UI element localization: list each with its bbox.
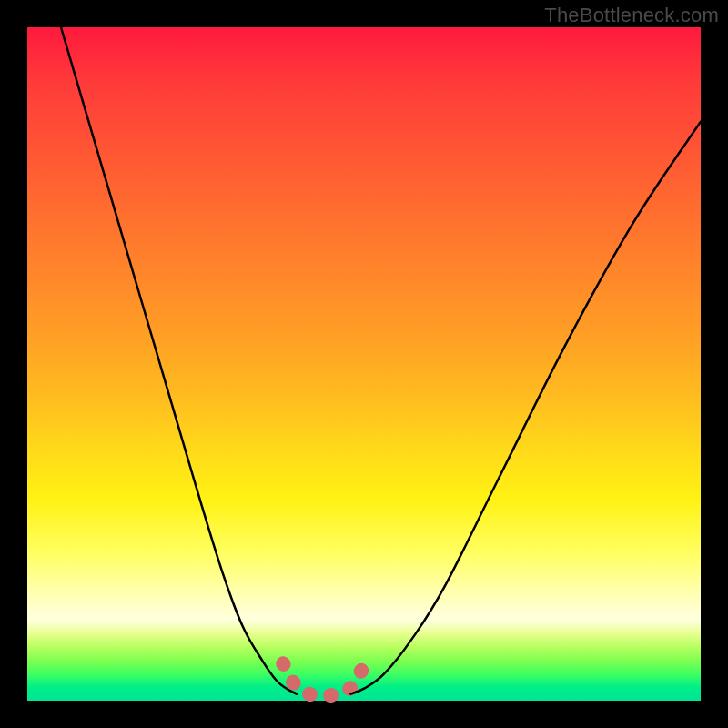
series-right-branch: [350, 122, 701, 694]
watermark-text: TheBottleneck.com: [544, 4, 719, 27]
curves-layer: [27, 27, 701, 701]
series-bottom-highlight: [283, 663, 364, 695]
chart-frame: TheBottleneck.com: [0, 0, 728, 728]
plot-area: [27, 27, 701, 701]
series-left-branch: [61, 27, 297, 694]
